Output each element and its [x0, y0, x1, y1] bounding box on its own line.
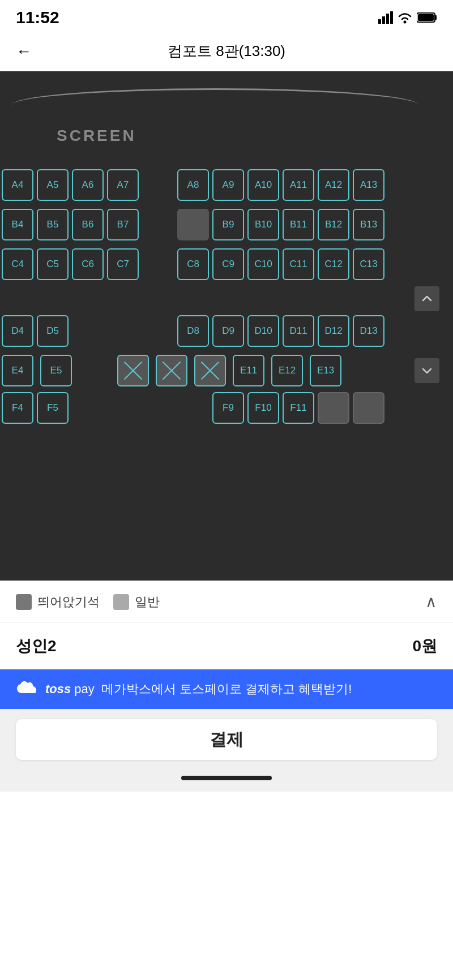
- seat-b5[interactable]: B5: [37, 209, 69, 240]
- seat-e10: [194, 355, 226, 386]
- seat-a11[interactable]: A11: [283, 169, 314, 201]
- signal-icon: [378, 11, 393, 24]
- screen-container: SCREEN: [0, 88, 453, 145]
- spacer-d1: [72, 315, 104, 347]
- legend-swatch-normal: [113, 594, 129, 610]
- legend-bar: 띄어앉기석 일반 ∧: [0, 581, 453, 622]
- seat-b12[interactable]: B12: [318, 209, 349, 240]
- legend-normal: 일반: [113, 594, 160, 611]
- legend-separate: 띄어앉기석: [16, 594, 100, 611]
- seat-c8[interactable]: C8: [177, 248, 209, 280]
- seat-f13: [353, 392, 384, 424]
- scroll-down-button[interactable]: [414, 358, 439, 383]
- spacer-d3: [142, 315, 174, 347]
- row-b: B4 B5 B6 B7 B9 B10 B11 B12 B13: [0, 207, 447, 242]
- seat-d9[interactable]: D9: [212, 315, 244, 347]
- seat-b4[interactable]: B4: [2, 209, 33, 240]
- seat-f11[interactable]: F11: [283, 392, 314, 424]
- seat-f5[interactable]: F5: [37, 392, 69, 424]
- seat-e8: [117, 355, 149, 386]
- spacer-d2: [107, 315, 139, 347]
- seat-a9[interactable]: A9: [212, 169, 244, 201]
- seat-a10[interactable]: A10: [247, 169, 279, 201]
- bottom-indicator: [0, 770, 453, 792]
- seat-f9[interactable]: F9: [212, 392, 244, 424]
- legend-toggle-button[interactable]: ∧: [425, 592, 437, 611]
- status-icons: [378, 11, 437, 24]
- row-a: A4 A5 A6 A7 A8 A9 A10 A11 A12 A13: [0, 167, 447, 203]
- seat-b10[interactable]: B10: [247, 209, 279, 240]
- payment-btn-wrap: 결제: [0, 709, 453, 770]
- status-bar: 11:52: [0, 0, 453, 32]
- seat-b11[interactable]: B11: [283, 209, 314, 240]
- payment-button[interactable]: 결제: [16, 719, 437, 760]
- wifi-icon: [398, 11, 412, 24]
- svg-rect-7: [418, 14, 434, 21]
- spacer-c: [142, 248, 174, 280]
- seat-d10[interactable]: D10: [247, 315, 279, 347]
- header: ← 컴포트 8관(13:30): [0, 32, 453, 71]
- spacer-f4: [177, 392, 209, 424]
- seat-c10[interactable]: C10: [247, 248, 279, 280]
- scroll-up-button[interactable]: [414, 286, 439, 311]
- seat-f4[interactable]: F4: [2, 392, 33, 424]
- legend-label-separate: 띄어앉기석: [37, 594, 100, 611]
- seat-e4[interactable]: E4: [2, 355, 33, 386]
- toss-banner[interactable]: toss pay 메가박스에서 토스페이로 결제하고 혜택받기!: [0, 669, 453, 709]
- seat-e13[interactable]: E13: [310, 355, 341, 386]
- toss-text: 메가박스에서 토스페이로 결제하고 혜택받기!: [101, 681, 352, 698]
- seat-d12[interactable]: D12: [318, 315, 349, 347]
- spacer-a: [142, 169, 174, 201]
- booking-bar: 성인2 0원: [0, 622, 453, 669]
- home-indicator: [181, 776, 272, 780]
- seat-d5[interactable]: D5: [37, 315, 69, 347]
- seat-c13[interactable]: C13: [353, 248, 384, 280]
- seat-b8: [177, 209, 209, 240]
- row-c: C4 C5 C6 C7 C8 C9 C10 C11 C12 C13: [0, 247, 447, 282]
- seat-d13[interactable]: D13: [353, 315, 384, 347]
- seat-c5[interactable]: C5: [37, 248, 69, 280]
- scroll-up-icon: [420, 292, 434, 306]
- toss-logo: toss pay: [45, 682, 95, 697]
- seat-c4[interactable]: C4: [2, 248, 33, 280]
- seat-d8[interactable]: D8: [177, 315, 209, 347]
- seat-a5[interactable]: A5: [37, 169, 69, 201]
- seat-a4[interactable]: A4: [2, 169, 33, 201]
- back-button[interactable]: ←: [16, 42, 32, 61]
- seat-f12: [318, 392, 349, 424]
- seat-a6[interactable]: A6: [72, 169, 104, 201]
- row-d: D4 D5 D8 D9 D10 D11 D12 D13: [0, 313, 447, 349]
- screen-label: SCREEN: [57, 127, 136, 145]
- seat-b13[interactable]: B13: [353, 209, 384, 240]
- svg-rect-2: [386, 14, 389, 24]
- seat-b7[interactable]: B7: [107, 209, 139, 240]
- spacer-b: [142, 209, 174, 240]
- seat-e5[interactable]: E5: [40, 355, 72, 386]
- seat-f10[interactable]: F10: [247, 392, 279, 424]
- svg-rect-0: [378, 19, 381, 24]
- svg-rect-6: [435, 15, 437, 20]
- theater-area: SCREEN A4 A5 A6 A7 A8 A9 A10 A11 A12 A13…: [0, 71, 453, 581]
- svg-rect-3: [390, 11, 393, 24]
- spacer-f1: [72, 392, 104, 424]
- seat-a13[interactable]: A13: [353, 169, 384, 201]
- header-title: 컴포트 8관(13:30): [168, 41, 285, 61]
- seat-b6[interactable]: B6: [72, 209, 104, 240]
- seat-e12[interactable]: E12: [271, 355, 303, 386]
- seat-a12[interactable]: A12: [318, 169, 349, 201]
- screen-curve: [11, 88, 419, 122]
- seat-a8[interactable]: A8: [177, 169, 209, 201]
- booking-label: 성인2: [16, 635, 57, 657]
- seat-c9[interactable]: C9: [212, 248, 244, 280]
- seat-a7[interactable]: A7: [107, 169, 139, 201]
- seat-c11[interactable]: C11: [283, 248, 314, 280]
- seat-c7[interactable]: C7: [107, 248, 139, 280]
- spacer-f3: [142, 392, 174, 424]
- row-f: F4 F5 F9 F10 F11: [0, 390, 447, 425]
- seat-c12[interactable]: C12: [318, 248, 349, 280]
- seat-b9[interactable]: B9: [212, 209, 244, 240]
- seat-e11[interactable]: E11: [233, 355, 264, 386]
- seat-c6[interactable]: C6: [72, 248, 104, 280]
- seat-d4[interactable]: D4: [2, 315, 33, 347]
- seat-d11[interactable]: D11: [283, 315, 314, 347]
